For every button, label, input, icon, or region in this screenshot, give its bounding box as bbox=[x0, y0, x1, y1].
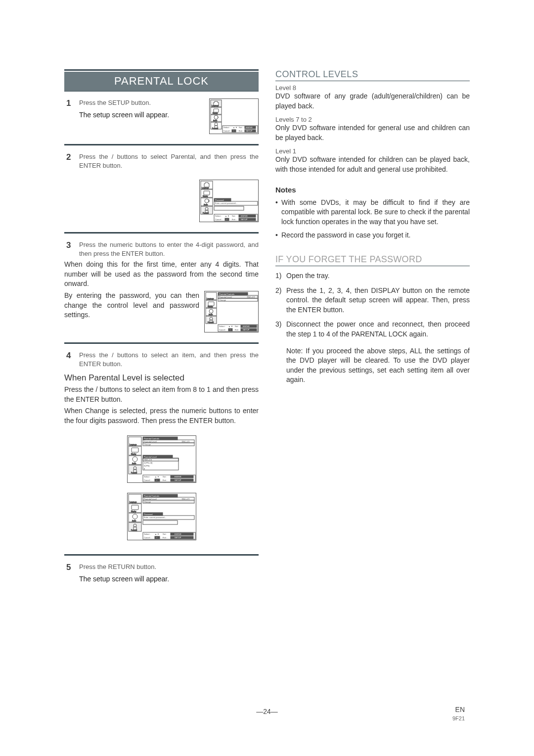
svg-text:Audio: Audio bbox=[204, 204, 208, 206]
step-3-para1: When doing this for the first time, ente… bbox=[64, 260, 259, 289]
svg-text:Exit :: Exit : bbox=[239, 130, 243, 132]
svg-text:SETUP: SETUP bbox=[246, 130, 253, 132]
heading-notes: Notes bbox=[275, 186, 470, 194]
svg-point-94 bbox=[133, 457, 137, 462]
svg-text:Exit :: Exit : bbox=[235, 329, 239, 331]
svg-point-10 bbox=[215, 123, 218, 126]
title-parental-lock: PARENTAL LOCK bbox=[64, 72, 259, 91]
step-number-3: 3 bbox=[66, 240, 71, 250]
setup-screen-illustration-4b: Language Display Audio Parental Parental bbox=[127, 493, 196, 540]
svg-text:▲ ▼: ▲ ▼ bbox=[233, 126, 237, 129]
svg-point-134 bbox=[133, 514, 137, 519]
svg-text:←: ← bbox=[156, 479, 158, 481]
step-4: 4 Press the / buttons to select an item,… bbox=[64, 351, 259, 368]
svg-text:SETUP: SETUP bbox=[175, 479, 181, 481]
svg-text:Audio: Audio bbox=[213, 120, 217, 122]
col-right: CONTROL LEVELS Level 8 DVD software of a… bbox=[275, 69, 470, 584]
svg-text:8: 8 bbox=[144, 468, 145, 470]
step-4-para2: When Change is selected, press the numer… bbox=[64, 406, 259, 425]
step-4-para1: Press the / buttons to select an item fr… bbox=[64, 385, 259, 404]
svg-text:▲ ▼: ▲ ▼ bbox=[225, 215, 229, 217]
svg-text:Select :: Select : bbox=[144, 533, 150, 535]
svg-text:SETUP: SETUP bbox=[243, 329, 250, 331]
svg-text:Language: Language bbox=[202, 187, 209, 189]
divider-after-4b bbox=[64, 555, 259, 556]
svg-text:Language: Language bbox=[212, 105, 219, 107]
svg-rect-42 bbox=[214, 206, 244, 210]
step-number-5: 5 bbox=[66, 563, 71, 572]
page-number: —24— bbox=[256, 708, 278, 715]
col-left: PARENTAL LOCK 1 Language bbox=[64, 69, 259, 584]
svg-text:Display: Display bbox=[131, 511, 136, 513]
svg-text:Display: Display bbox=[203, 195, 208, 197]
svg-text:Parental Level: Parental Level bbox=[144, 498, 157, 500]
svg-rect-151 bbox=[143, 520, 178, 524]
forgot-note: Note: If you proceed the above steps, AL… bbox=[275, 346, 470, 385]
forgot-list: 1)Open the tray. 2)Press the 1, 2, 3, 4,… bbox=[275, 271, 470, 339]
svg-text:ENTER: ENTER bbox=[243, 325, 250, 328]
svg-point-62 bbox=[209, 309, 213, 313]
svg-point-7 bbox=[214, 115, 218, 119]
svg-text:Audio: Audio bbox=[132, 463, 136, 465]
step-3: 3 Press the numeric buttons to enter the… bbox=[64, 240, 259, 258]
svg-text:Parental Level: Parental Level bbox=[219, 295, 232, 298]
svg-text:Parental Controls: Parental Controls bbox=[144, 495, 159, 497]
svg-text:Set :: Set : bbox=[232, 215, 236, 217]
svg-text:Select :: Select : bbox=[223, 126, 230, 129]
svg-text:Enter current password...: Enter current password... bbox=[215, 202, 237, 204]
svg-text:Exit :: Exit : bbox=[232, 218, 236, 221]
svg-text:Select :: Select : bbox=[219, 325, 225, 328]
svg-rect-4 bbox=[214, 109, 219, 112]
svg-rect-29 bbox=[204, 191, 210, 195]
svg-text:Display: Display bbox=[213, 112, 218, 114]
svg-text:Parental: Parental bbox=[212, 128, 218, 130]
svg-text:Cancel :: Cancel : bbox=[144, 536, 151, 539]
svg-text:Select :: Select : bbox=[144, 475, 150, 478]
svg-text:ENTER: ENTER bbox=[175, 475, 181, 478]
svg-text:Parental: Parental bbox=[131, 529, 137, 531]
svg-text:ENTER: ENTER bbox=[246, 126, 253, 129]
svg-text:Enter current password...: Enter current password... bbox=[144, 516, 166, 519]
svg-text:SETUP: SETUP bbox=[175, 536, 181, 539]
setup-screen-illustration-1: Language Display Audio Parental bbox=[209, 98, 259, 134]
step-3-grey: Press the numeric buttons to enter the 4… bbox=[79, 240, 259, 258]
svg-text:Language: Language bbox=[130, 444, 136, 446]
step-5-black: The setup screen will appear. bbox=[79, 574, 259, 584]
svg-text:Parental Level: Parental Level bbox=[144, 440, 157, 443]
svg-text:Password: Password bbox=[144, 513, 153, 516]
svg-rect-156 bbox=[171, 533, 193, 535]
svg-text:Audio: Audio bbox=[132, 520, 136, 522]
svg-text:Display: Display bbox=[208, 306, 213, 308]
step-2: 2 Press the / buttons to select Parental… bbox=[64, 152, 259, 222]
divider-after-2b bbox=[64, 233, 259, 234]
svg-text:3 [PG]: 3 [PG] bbox=[144, 465, 149, 467]
svg-text:Exit :: Exit : bbox=[163, 536, 167, 539]
divider-after-1b bbox=[64, 145, 259, 145]
step-number-4: 4 bbox=[66, 351, 71, 361]
svg-text:▲ ▼: ▲ ▼ bbox=[155, 475, 159, 478]
svg-text:Set :: Set : bbox=[163, 533, 167, 535]
svg-text:Parental Level: Parental Level bbox=[144, 456, 157, 458]
svg-text:Set :: Set : bbox=[235, 325, 239, 328]
svg-text:←: ← bbox=[156, 536, 158, 539]
svg-text:▲ ▼: ▲ ▼ bbox=[155, 533, 159, 535]
svg-rect-91 bbox=[132, 448, 138, 452]
level8-body: DVD software of any grade (adult/general… bbox=[275, 92, 470, 111]
title-rule-bottom bbox=[64, 91, 259, 92]
divider-after-3b bbox=[64, 343, 259, 344]
level72-body: Only DVD software intended for general u… bbox=[275, 123, 470, 142]
note-2: Record the password in case you forget i… bbox=[275, 231, 470, 240]
svg-text:Change: Change bbox=[144, 501, 151, 503]
svg-text:Parental Controls: Parental Controls bbox=[219, 292, 234, 295]
level1-body: Only DVD software intended for children … bbox=[275, 155, 470, 174]
svg-point-32 bbox=[205, 199, 209, 203]
svg-text:Set :: Set : bbox=[163, 475, 167, 478]
svg-text:Language: Language bbox=[130, 501, 136, 503]
svg-text:Change: Change bbox=[219, 298, 226, 301]
svg-text:Cancel :: Cancel : bbox=[219, 329, 226, 331]
svg-rect-125 bbox=[171, 479, 193, 481]
forgot-3: Disconnect the power once and reconnect,… bbox=[286, 320, 470, 338]
svg-rect-59 bbox=[208, 302, 214, 306]
rule-forgot bbox=[275, 266, 470, 266]
svg-text:Parental Controls: Parental Controls bbox=[144, 437, 159, 440]
